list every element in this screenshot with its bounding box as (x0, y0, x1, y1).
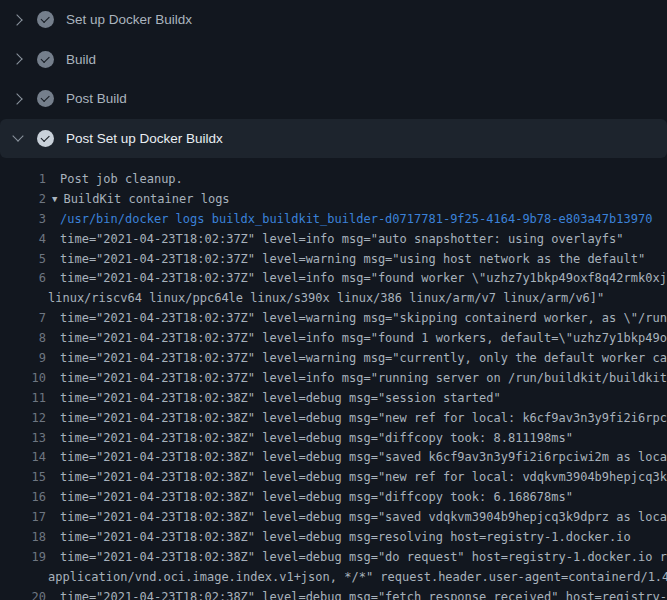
log-line: 6 time="2021-04-23T18:02:37Z" level=info… (0, 269, 667, 289)
log-line: 7 time="2021-04-23T18:02:37Z" level=warn… (0, 309, 667, 329)
log-viewer: 1 Post job cleanup. 2 ▼BuildKit containe… (0, 158, 667, 600)
log-line-number[interactable]: 9 (0, 349, 46, 369)
log-line-number[interactable]: 10 (0, 369, 46, 389)
log-line-number[interactable]: 13 (0, 429, 46, 449)
chevron-right-icon (10, 91, 26, 107)
step-title: Post Build (66, 91, 127, 106)
log-line-text: time="2021-04-23T18:02:38Z" level=debug … (60, 468, 667, 488)
log-line-text: application/vnd.oci.image.index.v1+json,… (48, 568, 667, 588)
step-title: Post Set up Docker Buildx (66, 131, 223, 146)
log-command-text: /usr/bin/docker logs buildx_buildkit_bui… (60, 210, 652, 230)
step-row-post-set-up-docker-buildx[interactable]: Post Set up Docker Buildx (0, 119, 667, 159)
steps-list: Set up Docker Buildx Build Post Build Po… (0, 0, 667, 158)
log-group-label: BuildKit container logs (63, 192, 229, 206)
log-line: 19 time="2021-04-23T18:02:38Z" level=deb… (0, 548, 667, 568)
log-line-text: time="2021-04-23T18:02:38Z" level=debug … (60, 508, 667, 528)
log-line: 1 Post job cleanup. (0, 170, 667, 190)
log-line-text: time="2021-04-23T18:02:37Z" level=warnin… (60, 250, 645, 270)
log-line-number[interactable]: 8 (0, 329, 46, 349)
log-line-number[interactable]: 17 (0, 508, 46, 528)
log-line-text: time="2021-04-23T18:02:38Z" level=debug … (60, 409, 667, 429)
log-line-text: time="2021-04-23T18:02:38Z" level=debug … (60, 488, 573, 508)
log-line-text: time="2021-04-23T18:02:38Z" level=debug … (60, 548, 667, 568)
log-line: 17 time="2021-04-23T18:02:38Z" level=deb… (0, 508, 667, 528)
success-check-icon (37, 130, 54, 147)
log-line: 3 /usr/bin/docker logs buildx_buildkit_b… (0, 210, 667, 230)
log-line: 20 time="2021-04-23T18:02:38Z" level=deb… (0, 588, 667, 600)
log-line: 16 time="2021-04-23T18:02:38Z" level=deb… (0, 488, 667, 508)
log-line-text: time="2021-04-23T18:02:37Z" level=info m… (60, 369, 667, 389)
log-line-continuation: linux/riscv64 linux/ppc64le linux/s390x … (0, 289, 667, 309)
log-line-text: time="2021-04-23T18:02:37Z" level=info m… (60, 329, 667, 349)
log-line-number[interactable]: 3 (0, 210, 46, 230)
log-line: 9 time="2021-04-23T18:02:37Z" level=warn… (0, 349, 667, 369)
log-line-text: time="2021-04-23T18:02:38Z" level=debug … (60, 429, 573, 449)
log-line: 2 ▼BuildKit container logs (0, 190, 667, 210)
log-line-text: time="2021-04-23T18:02:37Z" level=info m… (60, 269, 667, 289)
log-line-text: Post job cleanup. (60, 170, 183, 190)
log-line-number[interactable]: 12 (0, 409, 46, 429)
chevron-right-icon (10, 51, 26, 67)
log-line-text: time="2021-04-23T18:02:38Z" level=debug … (60, 528, 631, 548)
log-line-text: time="2021-04-23T18:02:38Z" level=debug … (60, 588, 667, 600)
log-line: 14 time="2021-04-23T18:02:38Z" level=deb… (0, 448, 667, 468)
log-line: 10 time="2021-04-23T18:02:37Z" level=inf… (0, 369, 667, 389)
log-line-number[interactable]: 11 (0, 389, 46, 409)
log-line: 5 time="2021-04-23T18:02:37Z" level=warn… (0, 250, 667, 270)
log-line-text: time="2021-04-23T18:02:38Z" level=debug … (60, 448, 667, 468)
success-check-icon (37, 51, 54, 68)
log-line-number (0, 289, 46, 309)
log-line-number[interactable]: 16 (0, 488, 46, 508)
log-line-text: time="2021-04-23T18:02:37Z" level=warnin… (60, 349, 667, 369)
log-line: 8 time="2021-04-23T18:02:37Z" level=info… (0, 329, 667, 349)
log-line-number[interactable]: 2 (0, 190, 46, 210)
log-line-number[interactable]: 18 (0, 528, 46, 548)
log-line-number[interactable]: 15 (0, 468, 46, 488)
log-line-number[interactable]: 7 (0, 309, 46, 329)
log-line-number[interactable]: 19 (0, 548, 46, 568)
step-row-build[interactable]: Build (0, 40, 667, 80)
log-line-number[interactable]: 6 (0, 269, 46, 289)
log-line-text: time="2021-04-23T18:02:37Z" level=warnin… (60, 309, 667, 329)
log-line: 11 time="2021-04-23T18:02:38Z" level=deb… (0, 389, 667, 409)
log-line-number[interactable]: 4 (0, 230, 46, 250)
log-line-text: time="2021-04-23T18:02:38Z" level=debug … (60, 389, 501, 409)
log-line: 18 time="2021-04-23T18:02:38Z" level=deb… (0, 528, 667, 548)
step-title: Build (66, 52, 96, 67)
log-line-number[interactable]: 5 (0, 250, 46, 270)
log-line: 12 time="2021-04-23T18:02:38Z" level=deb… (0, 409, 667, 429)
step-row-set-up-docker-buildx[interactable]: Set up Docker Buildx (0, 0, 667, 40)
log-group-header[interactable]: ▼BuildKit container logs (52, 190, 230, 210)
step-title: Set up Docker Buildx (66, 12, 192, 27)
log-line: 4 time="2021-04-23T18:02:37Z" level=info… (0, 230, 667, 250)
log-line-number (0, 568, 46, 588)
log-line-text: time="2021-04-23T18:02:37Z" level=info m… (60, 230, 624, 250)
log-line-number[interactable]: 1 (0, 170, 46, 190)
log-line-number[interactable]: 14 (0, 448, 46, 468)
step-row-post-build[interactable]: Post Build (0, 79, 667, 119)
log-line: 13 time="2021-04-23T18:02:38Z" level=deb… (0, 429, 667, 449)
chevron-down-icon (10, 130, 26, 146)
success-check-icon (37, 11, 54, 28)
log-line: 15 time="2021-04-23T18:02:38Z" level=deb… (0, 468, 667, 488)
log-line-continuation: application/vnd.oci.image.index.v1+json,… (0, 568, 667, 588)
group-expand-triangle-icon[interactable]: ▼ (52, 190, 57, 210)
success-check-icon (37, 90, 54, 107)
log-line-number[interactable]: 20 (0, 588, 46, 600)
log-line-text: linux/riscv64 linux/ppc64le linux/s390x … (48, 289, 604, 309)
chevron-right-icon (10, 12, 26, 28)
